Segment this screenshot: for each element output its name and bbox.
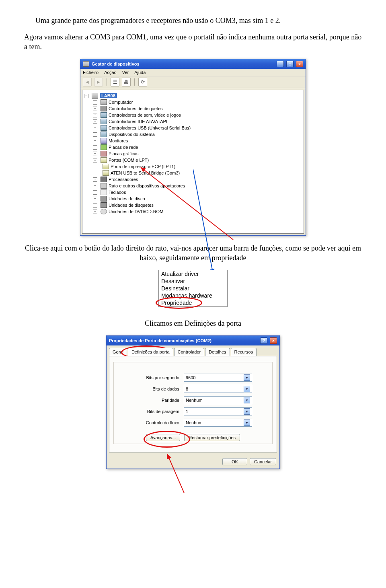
chevron-down-icon: ▼ [244,397,250,403]
tree-node-system[interactable]: Dispositivos do sistema [109,132,155,137]
tab-controlador[interactable]: Controlador [174,348,204,356]
select-stopbits[interactable]: 1▼ [184,407,252,415]
tree-node-dvd[interactable]: Unidades de DVD/CD-ROM [109,209,163,214]
select-databits[interactable]: 8▼ [184,385,252,393]
ctx-hardware-changes[interactable]: Modanças hardware [159,292,227,299]
computer-icon [101,99,107,105]
titlebar: Gestor de dispositivos _ □ × [80,59,306,69]
chevron-down-icon: ▼ [244,419,250,426]
menu-bar: Ficheiro Acção Ver Ajuda [80,69,306,76]
tree-node-processors[interactable]: Processadores [109,177,138,182]
network-icon [101,144,107,150]
mouse-icon [101,183,107,189]
keyboard-icon [101,189,107,195]
ctx-disable[interactable]: Desativar [159,278,227,285]
select-flowcontrol[interactable]: Nenhum▼ [184,419,252,427]
floppy-controller-icon [101,106,107,111]
port-properties-dialog: Propriedades de Porta de comunicações (C… [106,335,280,469]
scan-button[interactable]: ⟳ [138,78,147,86]
tree-node-keyboards[interactable]: Teclados [109,190,126,195]
tab-detalhes[interactable]: Detalhes [205,348,230,356]
tree-node-computador[interactable]: Computador [109,100,133,105]
help-button[interactable]: ? [260,337,267,344]
tree-node-ide[interactable]: Controladores IDE ATA/ATAPI [109,119,167,124]
label-flowcontrol: Controlo do fluxo: [116,420,181,425]
maximize-button[interactable]: □ [286,61,294,67]
device-manager-window: Gestor de dispositivos _ □ × Ficheiro Ac… [80,59,306,236]
paragraph-3: Clica-se aqui com o botão do lado direit… [24,244,362,263]
tree-node-monitors[interactable]: Monitores [109,138,128,143]
ctx-uninstall[interactable]: Desinstalar [159,285,227,292]
device-tree[interactable]: −LAB08 +Computador +Controladores de dis… [82,90,304,234]
ctx-update-driver[interactable]: Atualizar driver [159,270,227,278]
tree-node-network[interactable]: Placas de rede [109,145,138,150]
print-button[interactable]: 🖶 [122,78,131,86]
tree-node-disks[interactable]: Unidades de disco [109,196,145,201]
floppy-icon [101,202,107,208]
menu-action[interactable]: Acção [104,70,117,75]
select-bps[interactable]: 9600▼ [184,374,252,382]
tree-node-floppy-ctrl[interactable]: Controladores de disquetes [109,106,163,111]
tree-node-ports[interactable]: Portas (COM e LPT) [109,158,149,162]
paragraph-2: Agora vamos alterar a COM3 para COM1, um… [24,33,362,51]
usb-icon [101,125,107,131]
graphics-icon [101,151,107,156]
titlebar: Propriedades de Porta de comunicações (C… [107,336,279,345]
chevron-down-icon: ▼ [244,408,250,415]
cpu-icon [101,177,107,182]
tree-node-usb[interactable]: Controladores USB (Universal Serial Bus) [109,125,191,130]
tree-node-mouse[interactable]: Rato e outros dispositivos apontadores [109,183,185,188]
disk-icon [101,196,107,201]
tree-node-lpt1[interactable]: Porta de impressora ECP (LPT1) [111,164,175,169]
monitor-icon [101,138,107,144]
tree-node-com3[interactable]: ATEN USB to Serial Bridge (Com3) [111,171,180,175]
port-icon [103,164,109,169]
tree-node-floppydrives[interactable]: Unidades de disquetes [109,203,154,208]
paragraph-4: Clicamos em Definições da porta [24,319,362,328]
close-button[interactable]: × [270,337,277,344]
forward-button[interactable]: ► [94,78,103,86]
paragraph-1: Uma grande parte dos programadores e rec… [24,16,362,25]
tab-definicoes-porta[interactable]: Definições da porta [128,348,173,356]
port-icon [103,170,109,176]
select-parity[interactable]: Nenhum▼ [184,396,252,404]
computer-icon [92,93,98,99]
advanced-button[interactable]: Avançadas... [146,434,180,441]
ok-button[interactable]: OK [222,458,247,465]
window-title: Gestor de dispositivos [92,62,140,66]
dialog-footer: OK Cancelar [107,455,279,469]
ports-icon [101,157,107,163]
label-parity: Paridade: [116,398,181,403]
close-button[interactable]: × [296,61,303,67]
tab-recursos[interactable]: Recursos [231,348,257,356]
back-button[interactable]: ◄ [83,78,92,86]
dvd-icon [101,209,107,214]
tab-row: Geral Definições da porta Controlador De… [109,348,277,356]
cancel-button[interactable]: Cancelar [250,458,276,465]
restore-defaults-button[interactable]: Restaurar predefinições [184,434,240,441]
label-databits: Bits de dados: [116,387,181,391]
context-menu: Atualizar driver Desativar Desinstalar M… [158,270,228,307]
ide-icon [101,119,107,124]
sound-icon [101,112,107,118]
toolbar: ◄ ► ☰ 🖶 ⟳ [80,76,306,88]
menu-view[interactable]: Ver [122,70,129,75]
ctx-properties[interactable]: Propriedade [159,299,227,306]
tree-node-graphics[interactable]: Placas gráficas [109,151,139,156]
properties-toolbar-button[interactable]: ☰ [111,78,119,86]
menu-help[interactable]: Ajuda [134,70,146,75]
tab-panel: Bits por segundo: 9600▼ Bits de dados: 8… [109,356,277,452]
chevron-down-icon: ▼ [244,386,250,392]
app-icon [83,61,89,67]
menu-file[interactable]: Ficheiro [83,70,99,75]
dialog-title: Propriedades de Porta de comunicações (C… [109,338,211,343]
label-stopbits: Bits de paragem: [116,409,181,414]
tree-root[interactable]: LAB08 [100,93,117,98]
label-bps: Bits por segundo: [116,375,181,380]
minimize-button[interactable]: _ [277,61,284,67]
chevron-down-icon: ▼ [244,374,250,381]
system-icon [101,132,107,137]
tab-geral[interactable]: Geral [109,348,127,356]
tree-node-sound[interactable]: Controladores de som, vídeo e jogos [109,113,181,117]
